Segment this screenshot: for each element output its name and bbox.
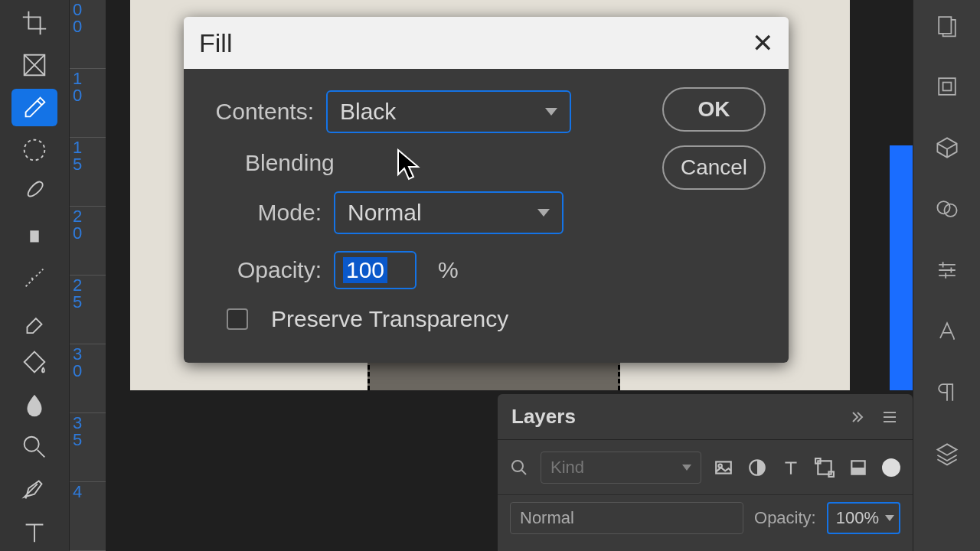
mode-dropdown[interactable]: Normal (334, 191, 564, 234)
vertical-ruler: 00 10 15 20 25 30 35 4 (69, 0, 106, 551)
svg-point-2 (24, 437, 39, 452)
blur-tool[interactable] (11, 386, 57, 423)
filter-type-icon[interactable] (781, 458, 801, 478)
contents-value: Black (340, 99, 396, 125)
svg-point-6 (944, 204, 956, 217)
ok-button[interactable]: OK (662, 87, 766, 132)
svg-point-5 (937, 201, 949, 214)
learn-panel-icon[interactable] (928, 6, 966, 44)
dialog-title: Fill (199, 28, 232, 58)
layers-panel-icon[interactable] (928, 435, 966, 473)
expand-icon[interactable] (848, 408, 867, 426)
paragraph-panel-icon[interactable] (928, 373, 966, 412)
crop-tool[interactable] (11, 4, 57, 41)
marquee-tool[interactable] (11, 131, 57, 168)
character-panel-icon[interactable] (928, 312, 966, 350)
chevron-down-icon (545, 108, 557, 116)
opacity-label: Opacity: (230, 257, 322, 283)
layer-opacity-value: 100% (836, 508, 879, 528)
frame-tool[interactable] (11, 46, 57, 83)
opacity-unit: % (438, 257, 459, 283)
svg-rect-3 (939, 78, 956, 95)
color-panel-icon[interactable] (928, 190, 966, 228)
pen-tool[interactable] (11, 471, 57, 508)
tools-palette (0, 0, 69, 551)
panel-menu-icon[interactable] (880, 408, 899, 426)
layer-blend-dropdown[interactable]: Normal (510, 502, 743, 534)
zoom-tool[interactable] (11, 429, 57, 466)
svg-point-1 (24, 140, 45, 161)
preserve-transparency-checkbox[interactable] (227, 308, 248, 330)
preserve-transparency-label: Preserve Transparency (271, 306, 508, 332)
filter-kind-dropdown[interactable]: Kind (541, 452, 701, 484)
healing-brush-tool[interactable] (11, 259, 57, 296)
filter-pixel-icon[interactable] (714, 458, 733, 478)
adjustments-panel-icon[interactable] (928, 251, 966, 289)
contents-dropdown[interactable]: Black (326, 90, 571, 133)
libraries-panel-icon[interactable] (928, 67, 966, 106)
close-icon[interactable]: ✕ (752, 30, 773, 56)
right-panels-strip (913, 0, 980, 551)
filter-kind-placeholder: Kind (550, 458, 584, 478)
filter-shape-icon[interactable] (815, 458, 835, 478)
contents-label: Contents: (214, 99, 314, 125)
layer-blend-value: Normal (520, 508, 574, 528)
brush-tool[interactable] (11, 174, 57, 211)
eraser-tool[interactable] (11, 301, 57, 338)
opacity-input[interactable]: 100 (334, 251, 416, 289)
layer-opacity-label: Opacity: (754, 508, 816, 528)
chevron-down-icon (537, 209, 550, 217)
clone-stamp-tool[interactable] (11, 216, 57, 253)
3d-panel-icon[interactable] (928, 129, 966, 167)
scrollbar-vertical[interactable] (890, 145, 913, 390)
svg-rect-4 (942, 83, 951, 91)
filter-smartobject-icon[interactable] (848, 458, 868, 478)
layers-tab[interactable]: Layers (511, 405, 576, 429)
chevron-down-icon (885, 515, 894, 521)
cancel-button[interactable]: Cancel (662, 145, 766, 190)
layer-opacity-dropdown[interactable]: 100% (827, 502, 900, 534)
eyedropper-tool[interactable] (11, 89, 57, 126)
search-icon[interactable] (510, 458, 528, 477)
mode-value: Normal (348, 200, 422, 226)
dialog-titlebar[interactable]: Fill ✕ (184, 17, 789, 69)
filter-adjustment-icon[interactable] (747, 458, 767, 478)
filter-toggle[interactable] (882, 458, 900, 477)
layers-panel: Layers Kind Normal Opacity: 100% (498, 394, 913, 551)
paint-bucket-tool[interactable] (11, 344, 57, 381)
type-tool[interactable] (11, 514, 57, 551)
fill-dialog: Fill ✕ OK Cancel Contents: Black Blendin… (184, 17, 789, 363)
svg-point-7 (512, 461, 523, 471)
mode-label: Mode: (245, 200, 322, 226)
chevron-down-icon (682, 465, 691, 471)
opacity-value: 100 (343, 257, 387, 283)
